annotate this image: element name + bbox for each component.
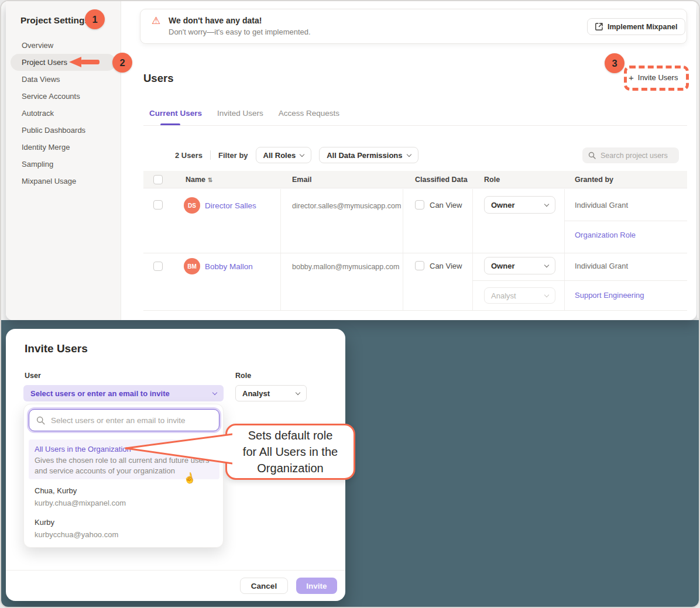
- step-badge-1: 1: [85, 9, 105, 29]
- option-user[interactable]: Kurby kurbycchua@yahoo.com: [35, 518, 118, 539]
- roles-filter-value: All Roles: [263, 151, 296, 160]
- sidebar: Project Settings Overview Project Users …: [6, 1, 121, 320]
- can-view-label: Can View: [430, 262, 462, 270]
- column-header-classified: Classified Data: [415, 176, 468, 184]
- table-bottom-border: [143, 310, 687, 311]
- user-field-label: User: [25, 372, 41, 380]
- sidebar-item-autotrack[interactable]: Autotrack: [6, 105, 121, 122]
- classified-cell: Can View: [415, 261, 462, 270]
- chevron-down-icon: [544, 201, 549, 206]
- page-title: Users: [143, 72, 173, 85]
- cancel-button[interactable]: Cancel: [240, 578, 288, 594]
- invite-users-button[interactable]: + Invite Users: [629, 73, 678, 83]
- step-badge-2: 2: [112, 53, 132, 73]
- invite-users-label: Invite Users: [638, 73, 678, 82]
- chevron-down-icon: [296, 390, 300, 394]
- granted-by-text: Individual Grant: [575, 262, 628, 270]
- step-badge-3: 3: [605, 53, 624, 73]
- column-divider: [403, 189, 403, 310]
- row-divider: [143, 253, 687, 253]
- user-select-dropdown: All Users in the Organization Gives the …: [23, 404, 224, 548]
- role-select-value: Analyst: [242, 389, 270, 398]
- column-header-name[interactable]: Name⇅: [186, 176, 212, 184]
- table-header-row: Name⇅ Email Classified Data Role Granted…: [143, 171, 687, 188]
- search-icon: [588, 152, 596, 159]
- sidebar-item-sampling[interactable]: Sampling: [6, 156, 121, 173]
- user-email: bobby.mallon@mymusicapp.com: [292, 263, 399, 271]
- screenshot-frame: Project Settings Overview Project Users …: [0, 0, 700, 608]
- implement-mixpanel-button[interactable]: Implement Mixpanel: [587, 18, 685, 35]
- sidebar-items: Overview Project Users Data Views Servic…: [6, 37, 121, 190]
- user-name-link[interactable]: Director Salles: [205, 201, 256, 210]
- select-all-checkbox[interactable]: [153, 175, 163, 184]
- callout-line: for All Users in the: [243, 444, 338, 460]
- sub-row-divider: [564, 221, 687, 221]
- sort-icon: ⇅: [208, 177, 212, 183]
- tab-access-requests[interactable]: Access Requests: [279, 109, 339, 118]
- callout-line: Organization: [257, 460, 323, 476]
- divider: [210, 150, 211, 160]
- filter-by-label: Filter by: [218, 151, 248, 160]
- option-title: All Users in the Organization: [35, 445, 131, 454]
- search-project-users[interactable]: [582, 147, 679, 163]
- chevron-down-icon: [544, 292, 549, 297]
- warning-icon: ⚠: [152, 15, 160, 27]
- chevron-down-icon: [406, 152, 411, 156]
- modal-footer-divider: [6, 570, 345, 571]
- can-view-checkbox[interactable]: [415, 200, 424, 209]
- sidebar-item-service-accounts[interactable]: Service Accounts: [6, 88, 121, 105]
- callout-line: Sets default role: [248, 427, 333, 444]
- sidebar-item-mixpanel-usage[interactable]: Mixpanel Usage: [6, 173, 121, 190]
- organization-role-link[interactable]: Organization Role: [575, 231, 636, 239]
- roles-filter-dropdown[interactable]: All Roles: [256, 147, 312, 163]
- dropdown-search-input[interactable]: [51, 416, 212, 425]
- avatar: BM: [184, 258, 200, 274]
- column-divider: [280, 189, 281, 310]
- row-checkbox[interactable]: [153, 200, 163, 209]
- can-view-checkbox[interactable]: [415, 261, 424, 270]
- user-select[interactable]: Select users or enter an email to invite: [23, 385, 224, 401]
- search-input[interactable]: [601, 152, 671, 160]
- implement-mixpanel-label: Implement Mixpanel: [608, 23, 677, 31]
- role-field-label: Role: [235, 372, 251, 380]
- annotation-arrow-icon: [69, 57, 99, 67]
- tab-invited-users[interactable]: Invited Users: [217, 109, 263, 118]
- role-select[interactable]: Owner: [484, 196, 555, 214]
- role-select[interactable]: Analyst: [235, 385, 307, 401]
- tabs-divider: [143, 125, 687, 126]
- avatar: DS: [184, 197, 200, 214]
- column-divider: [472, 189, 473, 310]
- sidebar-item-public-dashboards[interactable]: Public Dashboards: [6, 122, 121, 139]
- no-data-banner: ⚠ We don't have any data! Don't worry—it…: [140, 9, 687, 44]
- chevron-down-icon: [300, 152, 304, 156]
- user-count: 2 Users: [175, 151, 203, 160]
- plus-icon: +: [629, 73, 634, 83]
- users-tabs: Current Users Invited Users Access Reque…: [149, 109, 339, 118]
- row-checkbox[interactable]: [153, 262, 163, 271]
- sidebar-item-identity-merge[interactable]: Identity Merge: [6, 139, 121, 156]
- role-select[interactable]: Owner: [484, 257, 555, 274]
- tab-current-users[interactable]: Current Users: [149, 109, 202, 118]
- dropdown-search-box[interactable]: [29, 409, 219, 431]
- permissions-filter-value: All Data Permissions: [327, 151, 402, 160]
- sidebar-item-overview[interactable]: Overview: [6, 37, 121, 54]
- chevron-down-icon: [212, 390, 217, 394]
- column-header-role: Role: [484, 176, 500, 184]
- option-email: kurbycchua@yahoo.com: [35, 530, 118, 539]
- filter-row: 2 Users Filter by All Roles All Data Per…: [175, 147, 418, 163]
- support-engineering-link[interactable]: Support Engineering: [575, 291, 644, 300]
- sidebar-item-project-users[interactable]: Project Users: [6, 54, 121, 71]
- option-user[interactable]: Chua, Kurby kurby.chua@mixpanel.com: [35, 486, 126, 507]
- search-icon: [36, 416, 45, 425]
- role-select-disabled: Analyst: [484, 287, 555, 304]
- invite-button[interactable]: Invite: [296, 578, 337, 594]
- scrollbar-track[interactable]: [697, 2, 700, 318]
- sidebar-title: Project Settings: [20, 15, 90, 26]
- permissions-filter-dropdown[interactable]: All Data Permissions: [319, 147, 418, 163]
- sidebar-item-data-views[interactable]: Data Views: [6, 71, 121, 88]
- user-name-link[interactable]: Bobby Mallon: [205, 262, 253, 271]
- granted-by-text: Individual Grant: [575, 201, 628, 209]
- classified-cell: Can View: [415, 200, 462, 209]
- banner-subtitle: Don't worry—it's easy to get implemented…: [169, 28, 311, 36]
- column-header-email: Email: [292, 176, 311, 184]
